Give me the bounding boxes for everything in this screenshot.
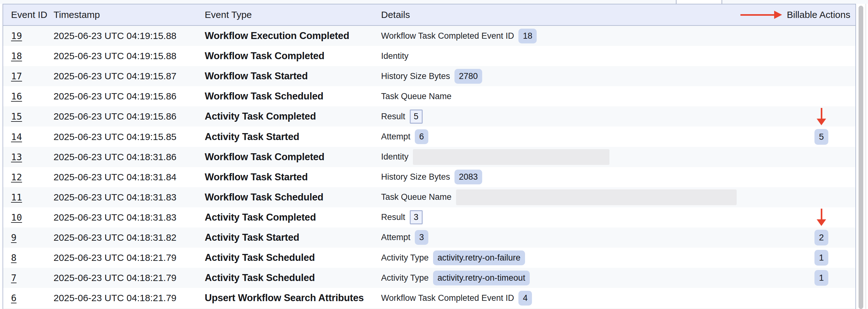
table-row: 8 2025-06-23 UTC 04:18:21.79 Activity Ta…: [3, 248, 856, 268]
event-type-cell: Workflow Task Completed: [205, 151, 381, 163]
event-id-link[interactable]: 8: [11, 252, 17, 263]
timestamp-cell: 2025-06-23 UTC 04:18:31.83: [54, 192, 205, 203]
billable-count-badge: 2: [814, 230, 828, 245]
billable-actions-cell: [796, 288, 846, 308]
event-type-cell: Activity Task Started: [205, 232, 381, 243]
column-header-billable-actions: Billable Actions: [787, 9, 850, 20]
detail-value-badge: 2780: [455, 69, 482, 84]
event-history-table: Event ID Timestamp Event Type Details Bi…: [2, 4, 856, 309]
billable-count-badge: 5: [814, 129, 828, 145]
event-type-cell: Activity Task Completed: [205, 212, 381, 223]
billable-actions-cell: [796, 26, 846, 46]
event-id-link[interactable]: 7: [11, 273, 17, 283]
billable-actions-cell: [796, 66, 846, 86]
red-arrow-down-icon: [817, 108, 826, 125]
timestamp-cell: 2025-06-23 UTC 04:19:15.85: [54, 132, 205, 142]
detail-value-badge: activity.retry-on-timeout: [433, 271, 530, 285]
redacted-value-box: [456, 190, 737, 205]
event-id-link[interactable]: 11: [11, 192, 22, 203]
detail-value-badge: 5: [410, 109, 423, 124]
event-id-link[interactable]: 17: [11, 71, 22, 81]
timestamp-cell: 2025-06-23 UTC 04:18:31.83: [54, 212, 205, 223]
detail-label: Activity Type: [381, 253, 429, 263]
event-type-cell: Workflow Execution Completed: [205, 30, 381, 41]
table-row: 12 2025-06-23 UTC 04:18:31.84 Workflow T…: [3, 167, 856, 187]
timestamp-cell: 2025-06-23 UTC 04:19:15.86: [54, 91, 205, 102]
table-row: 16 2025-06-23 UTC 04:19:15.86 Workflow T…: [3, 86, 856, 106]
details-cell: Attempt 3: [381, 230, 796, 245]
billable-actions-cell: [796, 187, 846, 207]
event-id-link[interactable]: 16: [11, 91, 22, 102]
event-id-cell: 18: [11, 51, 54, 61]
event-id-cell: 14: [11, 132, 54, 142]
table-row: 7 2025-06-23 UTC 04:18:21.79 Activity Ta…: [3, 268, 856, 288]
event-type-cell: Activity Task Started: [205, 131, 381, 142]
event-id-cell: 7: [11, 273, 54, 283]
event-id-link[interactable]: 19: [11, 31, 22, 41]
billable-actions-cell: [796, 86, 846, 106]
detail-label: Result: [381, 112, 405, 122]
event-id-cell: 15: [11, 111, 54, 122]
details-cell: Attempt 6: [381, 129, 796, 144]
detail-label: Activity Type: [381, 273, 429, 283]
event-id-link[interactable]: 18: [11, 51, 22, 61]
event-id-link[interactable]: 12: [11, 172, 22, 182]
top-notch: [676, 0, 722, 4]
table-header: Event ID Timestamp Event Type Details Bi…: [3, 4, 856, 26]
details-cell: Activity Type activity.retry-on-failure: [381, 250, 796, 265]
event-type-cell: Workflow Task Started: [205, 70, 381, 82]
red-arrow-right-icon: [740, 11, 782, 19]
timestamp-cell: 2025-06-23 UTC 04:18:21.79: [54, 293, 205, 303]
table-row: 6 2025-06-23 UTC 04:18:21.79 Upsert Work…: [3, 288, 856, 308]
detail-value-badge: 3: [410, 210, 423, 225]
timestamp-cell: 2025-06-23 UTC 04:19:15.87: [54, 71, 205, 81]
event-id-link[interactable]: 13: [11, 152, 22, 162]
detail-label: Workflow Task Completed Event ID: [381, 31, 514, 41]
detail-label: Identity: [381, 51, 408, 61]
timestamp-cell: 2025-06-23 UTC 04:18:21.79: [54, 273, 205, 283]
timestamp-cell: 2025-06-23 UTC 04:18:31.84: [54, 172, 205, 182]
event-id-cell: 8: [11, 252, 54, 263]
billable-actions-cell: [796, 46, 846, 66]
detail-value-badge: 18: [518, 29, 537, 43]
billable-actions-cell: 5: [796, 127, 846, 147]
event-id-link[interactable]: 10: [11, 212, 22, 223]
event-type-cell: Workflow Task Completed: [205, 50, 381, 62]
details-cell: Task Queue Name: [381, 92, 796, 101]
event-id-link[interactable]: 9: [11, 232, 17, 243]
detail-label: Result: [381, 212, 405, 222]
details-cell: History Size Bytes 2780: [381, 69, 796, 84]
detail-label: Attempt: [381, 233, 410, 242]
detail-label: Attempt: [381, 132, 410, 142]
detail-label: Task Queue Name: [381, 192, 452, 202]
event-id-cell: 6: [11, 293, 54, 303]
detail-label: History Size Bytes: [381, 172, 450, 182]
event-type-cell: Workflow Task Scheduled: [205, 192, 381, 203]
billable-actions-cell: [796, 147, 846, 167]
event-id-link[interactable]: 15: [11, 111, 22, 122]
timestamp-cell: 2025-06-23 UTC 04:19:15.88: [54, 31, 205, 41]
scrollbar-thumb[interactable]: [859, 6, 863, 309]
details-cell: Result 3: [381, 210, 796, 225]
detail-label: Task Queue Name: [381, 92, 452, 101]
timestamp-cell: 2025-06-23 UTC 04:19:15.88: [54, 51, 205, 61]
timestamp-cell: 2025-06-23 UTC 04:18:31.82: [54, 232, 205, 243]
event-id-cell: 12: [11, 172, 54, 182]
timestamp-cell: 2025-06-23 UTC 04:18:31.86: [54, 152, 205, 162]
event-type-cell: Activity Task Scheduled: [205, 252, 381, 263]
details-cell: Identity: [381, 149, 796, 165]
detail-label: History Size Bytes: [381, 71, 450, 81]
billable-actions-cell: 2: [796, 228, 846, 248]
event-id-link[interactable]: 14: [11, 132, 22, 142]
event-id-link[interactable]: 6: [11, 293, 17, 303]
red-arrow-down-icon: [817, 209, 826, 226]
detail-value-badge: 2083: [455, 170, 482, 184]
event-type-cell: Activity Task Scheduled: [205, 272, 381, 283]
billable-actions-cell: 1: [796, 268, 846, 288]
top-strip: [0, 0, 868, 4]
billable-count-badge: 1: [814, 250, 828, 266]
details-cell: History Size Bytes 2083: [381, 170, 796, 184]
billable-actions-cell: [796, 106, 846, 127]
details-cell: Task Queue Name: [381, 190, 796, 205]
event-type-cell: Upsert Workflow Search Attributes: [205, 292, 381, 304]
